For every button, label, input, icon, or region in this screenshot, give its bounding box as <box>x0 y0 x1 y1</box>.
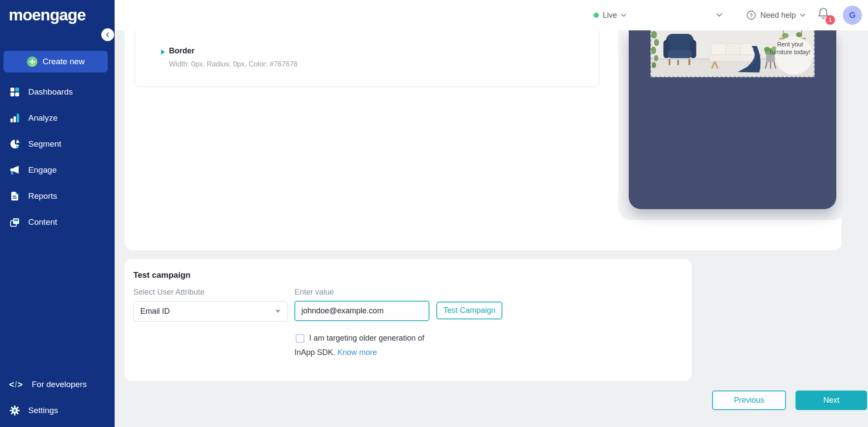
border-section-title: Border <box>169 46 195 56</box>
sidebar-item-label: Dashboards <box>28 87 73 97</box>
older-sdk-label-text: InApp SDK. <box>294 348 335 357</box>
sidebar-item-analyze[interactable]: Analyze <box>0 105 115 131</box>
svg-text:?: ? <box>749 12 753 19</box>
border-section-summary: Width: 0px, Radius: 0px, Color: #767676 <box>169 60 297 68</box>
plus-circle-icon <box>26 56 38 67</box>
test-campaign-button[interactable]: Test Campaign <box>436 302 502 319</box>
need-help-menu[interactable]: ? Need help <box>746 10 805 20</box>
chevron-down-icon <box>800 13 805 17</box>
create-new-button[interactable]: Create new <box>3 51 108 72</box>
sidebar-item-label: Segment <box>28 139 61 149</box>
content-icon <box>9 217 20 228</box>
sidebar-item-for-developers[interactable]: </> For developers <box>0 371 115 397</box>
sidebar-item-label: Analyze <box>28 113 58 123</box>
banner-cta-text: Rent your furniture today! <box>769 41 811 56</box>
phone-preview-backdrop: Rent your furniture today! <box>618 30 846 220</box>
sidebar-collapse-button[interactable] <box>101 28 114 41</box>
segment-icon <box>9 138 20 150</box>
next-button[interactable]: Next <box>795 391 867 410</box>
inapp-banner-preview[interactable]: Rent your furniture today! <box>650 30 815 77</box>
editor-panel: Border Width: 0px, Radius: 0px, Color: #… <box>125 30 842 250</box>
dashboards-icon <box>9 86 20 98</box>
sidebar-item-engage[interactable]: Engage <box>0 157 115 183</box>
chevron-down-icon <box>621 13 627 17</box>
attribute-label: Select User Attribute <box>133 288 205 297</box>
moengage-logo: moengage <box>0 0 115 24</box>
select-caret-icon <box>275 310 281 313</box>
test-campaign-card: Test campaign Select User Attribute Ente… <box>125 259 692 381</box>
create-new-label: Create new <box>43 57 85 66</box>
app-switcher-dropdown[interactable] <box>716 11 723 19</box>
sidebar-item-label: Settings <box>28 406 58 415</box>
live-status-dot <box>594 13 599 18</box>
code-icon: </> <box>9 380 24 390</box>
sidebar: moengage Create new Dashboards <box>0 0 115 427</box>
engage-icon <box>9 164 20 176</box>
notification-count-badge: 1 <box>825 15 835 25</box>
analyze-icon <box>9 112 20 124</box>
sidebar-item-label: Content <box>28 217 57 227</box>
value-label: Enter value <box>294 288 334 297</box>
question-circle-icon: ? <box>746 10 756 20</box>
reports-icon <box>9 191 20 202</box>
environment-label: Live <box>603 11 617 20</box>
sidebar-nav: Dashboards Analyze Segment <box>0 79 115 235</box>
know-more-link[interactable]: Know more <box>337 348 377 357</box>
app-root: Live ? Need help 1 G <box>0 0 868 427</box>
chevron-down-icon <box>716 13 723 17</box>
border-settings-card: Border Width: 0px, Radius: 0px, Color: #… <box>135 30 599 87</box>
notifications-button[interactable]: 1 <box>817 7 832 24</box>
older-sdk-checkbox[interactable] <box>296 334 304 343</box>
user-avatar[interactable]: G <box>843 6 862 25</box>
sidebar-bottom-nav: </> For developers <box>0 371 115 424</box>
expand-border-section-icon[interactable] <box>161 49 165 55</box>
user-attribute-select[interactable]: Email ID <box>133 301 288 322</box>
test-campaign-title: Test campaign <box>133 270 191 280</box>
need-help-label: Need help <box>760 11 796 20</box>
older-sdk-label-line2: InApp SDK. Know more <box>294 348 377 357</box>
sidebar-item-label: Reports <box>28 191 57 201</box>
sidebar-item-settings[interactable]: Settings <box>0 397 115 424</box>
older-sdk-label-line1: I am targeting older generation of <box>309 334 424 343</box>
sidebar-item-dashboards[interactable]: Dashboards <box>0 79 115 105</box>
sidebar-item-segment[interactable]: Segment <box>0 131 115 157</box>
chevron-left-icon <box>106 32 110 37</box>
sidebar-item-label: For developers <box>32 380 87 389</box>
attribute-value-input[interactable] <box>294 301 429 321</box>
user-attribute-value: Email ID <box>134 307 275 316</box>
previous-button[interactable]: Previous <box>712 391 786 410</box>
gear-icon <box>9 405 20 416</box>
environment-dropdown[interactable]: Live <box>594 11 627 20</box>
sidebar-item-content[interactable]: Content <box>0 209 115 235</box>
sidebar-item-label: Engage <box>28 165 57 175</box>
top-bar: Live ? Need help 1 G <box>115 0 868 30</box>
phone-preview-screen: Rent your furniture today! <box>629 30 836 209</box>
sidebar-item-reports[interactable]: Reports <box>0 183 115 209</box>
